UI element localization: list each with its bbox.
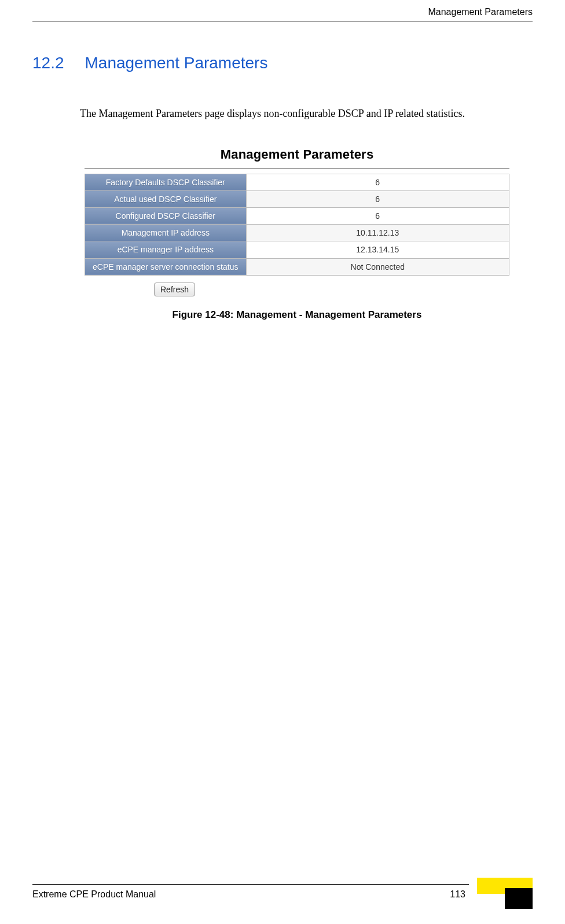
page-header: Management Parameters (32, 0, 533, 21)
table-row: Management IP address 10.11.12.13 (85, 225, 509, 241)
manual-title: Extreme CPE Product Manual (32, 889, 156, 900)
figure: Management Parameters Factory Defaults D… (80, 144, 514, 321)
param-label: Management IP address (85, 225, 247, 241)
param-value: Not Connected (246, 258, 509, 275)
param-value: 10.11.12.13 (246, 225, 509, 241)
table-row: Configured DSCP Classifier 6 (85, 207, 509, 224)
refresh-button[interactable]: Refresh (154, 283, 195, 296)
param-value: 6 (246, 174, 509, 190)
param-label: eCPE manager IP address (85, 241, 247, 258)
section-heading: 12.2Management Parameters (32, 54, 533, 72)
section-number: 12.2 (32, 54, 64, 72)
param-label: Actual used DSCP Classifier (85, 190, 247, 207)
page-footer: Extreme CPE Product Manual 113 (32, 884, 533, 900)
param-value: 6 (246, 190, 509, 207)
panel-title: Management Parameters (80, 144, 514, 168)
button-row: Refresh (154, 283, 514, 296)
table-row: eCPE manager IP address 12.13.14.15 (85, 241, 509, 258)
param-label: eCPE manager server connection status (85, 258, 247, 275)
intro-paragraph: The Management Parameters page displays … (80, 105, 533, 123)
screenshot-panel: Management Parameters Factory Defaults D… (80, 144, 514, 296)
corner-mark (477, 878, 533, 909)
param-value: 12.13.14.15 (246, 241, 509, 258)
corner-black-box (505, 888, 533, 909)
param-label: Factory Defaults DSCP Classifier (85, 174, 247, 190)
table-row: Factory Defaults DSCP Classifier 6 (85, 174, 509, 190)
page-number: 113 (450, 889, 465, 900)
table-row: eCPE manager server connection status No… (85, 258, 509, 275)
param-value: 6 (246, 207, 509, 224)
section-title: Management Parameters (85, 54, 268, 72)
params-table: Factory Defaults DSCP Classifier 6 Actua… (85, 174, 509, 276)
table-row: Actual used DSCP Classifier 6 (85, 190, 509, 207)
footer-rule (32, 884, 469, 885)
param-label: Configured DSCP Classifier (85, 207, 247, 224)
panel-divider (85, 168, 509, 169)
figure-caption: Figure 12-48: Management - Management Pa… (80, 309, 514, 321)
running-title: Management Parameters (428, 7, 533, 17)
